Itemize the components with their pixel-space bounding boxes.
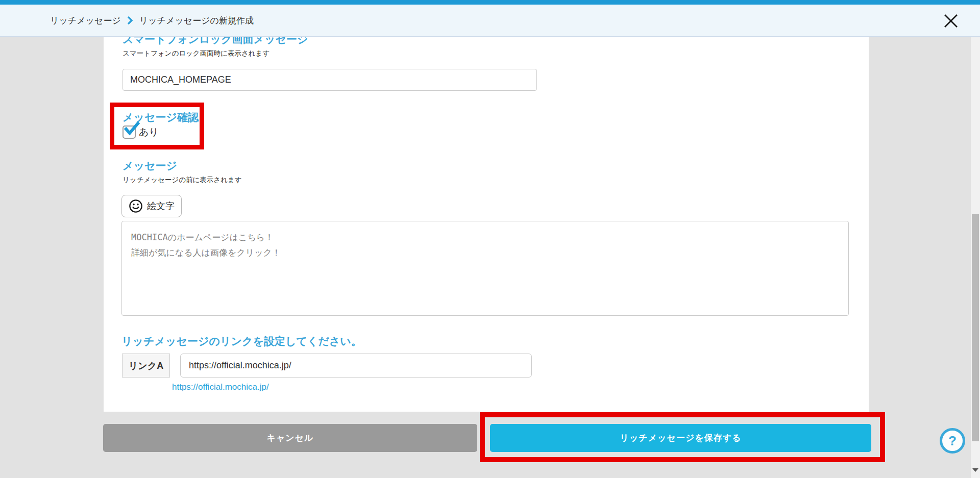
save-rich-message-button[interactable]: リッチメッセージを保存する [490, 424, 871, 452]
lock-message-description: スマートフォンのロック画面時に表示されます [122, 49, 270, 58]
link-section-heading: リッチメッセージのリンクを設定してください。 [121, 334, 362, 348]
close-icon[interactable] [941, 11, 961, 31]
modal-header: リッチメッセージ リッチメッセージの新規作成 [0, 5, 980, 37]
breadcrumb-current: リッチメッセージの新規作成 [139, 15, 254, 27]
help-button[interactable]: ? [940, 428, 965, 454]
breadcrumb-parent[interactable]: リッチメッセージ [50, 15, 121, 27]
message-heading: メッセージ [122, 159, 177, 173]
emoji-smiley-icon [129, 199, 143, 213]
scrollbar-track[interactable] [971, 37, 980, 478]
link-url-input[interactable] [180, 354, 532, 378]
emoji-button-label: 絵文字 [147, 200, 175, 212]
scroll-down-arrow-icon[interactable] [972, 468, 978, 472]
top-accent-bar [0, 0, 980, 5]
lock-message-input[interactable] [122, 69, 537, 91]
message-textarea[interactable]: MOCHICAのホームページはこちら！ 詳細が気になる人は画像をクリック！ [121, 221, 849, 316]
rich-message-modal: スマートフォンロック画面メッセージ スマートフォンのロック画面時に表示されます … [0, 0, 980, 478]
scrollbar-thumb[interactable] [972, 214, 979, 441]
breadcrumb: リッチメッセージ リッチメッセージの新規作成 [50, 15, 254, 27]
link-slot-label: リンクA [122, 354, 170, 378]
message-description: リッチメッセージの前に表示されます [122, 175, 242, 185]
confirmation-option-label: あり [139, 125, 159, 139]
form-panel [104, 5, 869, 412]
confirmation-option-row: あり [122, 125, 159, 139]
cancel-button[interactable]: キャンセル [103, 424, 477, 452]
emoji-picker-button[interactable]: 絵文字 [121, 195, 182, 217]
link-url-preview[interactable]: https://official.mochica.jp/ [172, 382, 269, 392]
breadcrumb-chevron-icon [127, 16, 133, 25]
message-confirm-checkbox[interactable] [122, 125, 136, 139]
